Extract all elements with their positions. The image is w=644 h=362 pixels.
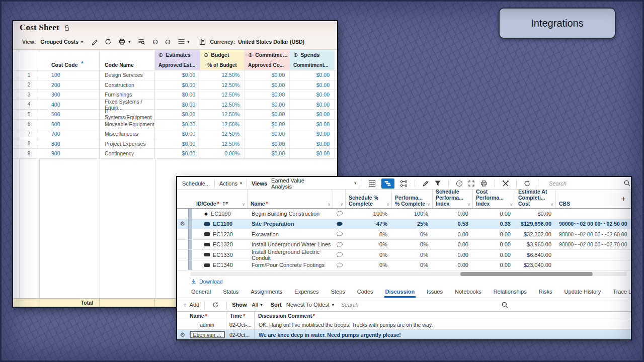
screen-vignette — [0, 0, 644, 362]
desktop: Cost Sheet View: Grouped Costs ▾ ▾ ⊖ ⊖ ▾… — [0, 0, 644, 362]
